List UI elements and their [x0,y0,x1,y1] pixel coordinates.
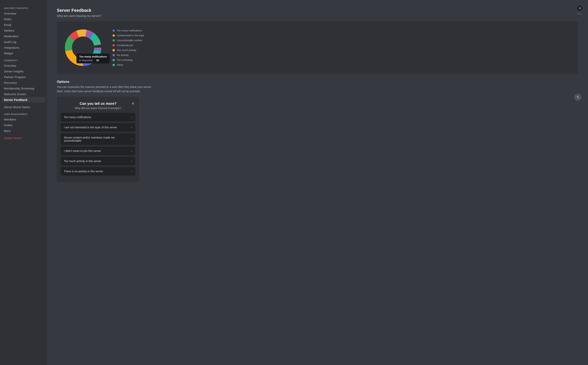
sidebar-section-title: COMMUNITY [2,56,45,63]
chart-legend: Too many notificationsUninterested in th… [113,29,144,66]
legend-label: Accidental join [117,44,133,47]
sidebar-item-partner-program[interactable]: Partner Program [2,74,45,80]
close-button-wrap: ✕ ESC [576,5,583,15]
feedback-option-label: Too much activity in this server [64,160,101,163]
legend-item: Uncomfortable content [113,39,144,42]
sidebar-item-membership-screening[interactable]: Membership Screening [2,85,45,91]
legend-label: Too much activity [117,49,136,52]
chart-question: Why are users leaving my server? [57,14,578,17]
feedback-option[interactable]: I didn't mean to join this server› [61,147,135,155]
main-content: ✕ ESC Server Feedback Why are users leav… [47,0,588,365]
feedback-options-list: Too many notifications›I am not interest… [61,113,135,176]
legend-dot [113,64,115,66]
sidebar-item-members[interactable]: Members [2,117,45,122]
page-title: Server Feedback [57,8,578,13]
sidebar-item-emoji[interactable]: Emoji [2,22,45,28]
legend-label: Uninterested in the topic [117,34,144,37]
legend-dot [113,39,115,42]
legend-item: Too confusing [113,58,144,61]
sidebar-item-discovery[interactable]: Discovery [2,80,45,85]
sidebar-item-overview[interactable]: Overview [2,11,45,16]
sidebar-item-invites[interactable]: Invites [2,122,45,128]
legend-label: Uncomfortable content [117,39,142,42]
sidebar-section-title: USER MANAGEMENT [2,110,45,117]
legend-dot [113,49,115,51]
close-label: ESC [577,13,582,15]
options-desc: You can customize the reasons promted to… [57,85,578,89]
sidebar-item-community-overview[interactable]: Overview [2,63,45,69]
legend-dot [113,44,115,47]
legend-item: Other [113,63,144,66]
chevron-icon: › [131,160,132,163]
sidebar-item-welcome-screen[interactable]: Welcome Screen [2,91,45,97]
sidebar-item-stickers[interactable]: Stickers [2,28,45,33]
feedback-option-label: I didn't mean to join this server [64,149,101,153]
feedback-option-label: There is no activity in this server [64,170,103,173]
preview-wrapper: ✎ Can you tell us more? ✕ Why did you le… [57,97,578,182]
sidebar-item-server-insights[interactable]: Server Insights [2,69,45,74]
sidebar: DISCORD CONCEPTSOverviewRolesEmojiSticke… [0,0,47,365]
feedback-option[interactable]: Server content and/or members made me un… [61,133,135,145]
chevron-icon: › [131,170,132,173]
sidebar-item-audit-log[interactable]: Audit Log [2,39,45,45]
feedback-option[interactable]: I am not interested in the topic of this… [61,123,135,132]
feedback-option[interactable]: Too many notifications› [61,113,135,121]
legend-dot [113,29,115,32]
feedback-option[interactable]: There is no activity in this server› [61,167,135,176]
sidebar-item-integrations[interactable]: Integrations [2,45,45,50]
legend-dot [113,54,115,56]
legend-item: Uninterested in the topic [113,34,144,37]
legend-dot [113,59,115,61]
preview-card: Can you tell us more? ✕ Why did you leav… [57,97,139,182]
feedback-option[interactable]: Too much activity in this server› [61,157,135,165]
legend-dot [113,34,115,37]
feedback-option-label: I am not interested in the topic of this… [64,126,117,129]
legend-item: Accidental join [113,44,144,47]
chevron-icon: › [131,149,132,153]
legend-label: Too confusing [117,58,133,61]
donut-chart-wrapper: Too many notifications Reported: 30 [61,26,105,69]
preview-card-title: Can you tell us more? [66,102,131,106]
sidebar-item-server-boost-status[interactable]: Server Boost Status [2,104,45,110]
sidebar-item-moderation[interactable]: Moderation [2,33,45,39]
legend-label: Too many notifications [117,29,142,32]
edit-button[interactable]: ✎ [574,94,581,101]
sidebar-item-server-feedback[interactable]: Server Feedback [2,97,45,103]
sidebar-section-title: DISCORD CONCEPTS [2,4,45,11]
feedback-option-label: Server content and/or members made me un… [64,136,131,142]
legend-item: Too many notifications [113,29,144,32]
chart-card: Too many notifications Reported: 30 Too … [57,21,578,74]
options-title: Options [57,80,578,84]
legend-item: Too much activity [113,49,144,52]
sidebar-item-widget[interactable]: Widget [2,50,45,56]
feedback-option-label: Too many notifications [64,116,91,119]
options-note: Note: Users that have server feedback tu… [57,90,578,93]
legend-label: Other [117,63,123,66]
preview-close-button[interactable]: ✕ [131,101,135,106]
donut-chart [61,26,105,69]
sidebar-item-roles[interactable]: Roles [2,16,45,22]
chevron-icon: › [131,116,132,119]
preview-card-header: Can you tell us more? ✕ [61,101,135,106]
legend-item: No activity [113,54,144,56]
preview-card-subtitle: Why did you leave Discord Concepts? [61,106,135,110]
sidebar-item-delete-server[interactable]: Delete Server [2,135,45,141]
chevron-icon: › [131,138,132,141]
chevron-icon: › [131,126,132,129]
close-button[interactable]: ✕ [576,5,583,12]
sidebar-item-bans[interactable]: Bans [2,128,45,134]
legend-label: No activity [117,54,128,56]
